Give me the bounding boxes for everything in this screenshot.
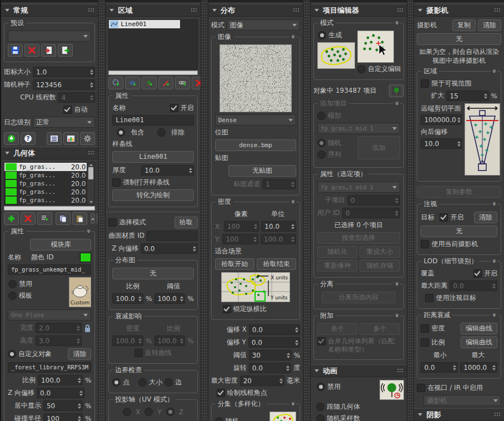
thickness-spinner[interactable]: 10.0: [141, 165, 193, 176]
collapse-chevron-icon[interactable]: [491, 67, 497, 75]
random-seed-spinner[interactable]: 123456: [33, 79, 95, 90]
surface-material-field[interactable]: [147, 230, 198, 241]
collapse-chevron-icon[interactable]: [393, 19, 400, 27]
scroll-down-icon[interactable]: [89, 201, 93, 203]
max-density-spinner[interactable]: 20: [240, 375, 285, 386]
collapse-chevron-icon[interactable]: [290, 198, 296, 206]
include-radio[interactable]: [117, 128, 125, 137]
use-current-camera-checkbox[interactable]: [421, 240, 429, 248]
auto-threads-checkbox[interactable]: [63, 106, 72, 114]
geometry-list-row[interactable]: fp_gras...20.0: [4, 196, 87, 204]
log-list-icon[interactable]: [47, 132, 62, 145]
bitmap-file-button[interactable]: dense.bmp: [215, 139, 296, 151]
paste-icon[interactable]: [72, 212, 87, 225]
rollout-general[interactable]: 常规: [1, 4, 98, 17]
expand-spinner[interactable]: 15: [446, 91, 488, 101]
rollout-areas[interactable]: 区域: [106, 4, 200, 17]
geometry-list-row[interactable]: fp_gras...20.0: [4, 188, 87, 196]
diversity-random-radio[interactable]: [215, 417, 223, 421]
df-density-curve-button[interactable]: 编辑曲线: [461, 323, 497, 334]
anim-disable-radio[interactable]: [317, 383, 325, 391]
df-scale-checkbox[interactable]: [421, 338, 429, 347]
grip-icon[interactable]: [397, 8, 403, 13]
rollout-geometry[interactable]: 几何体: [1, 147, 98, 159]
column-separator[interactable]: [303, 0, 311, 421]
clear-object-button[interactable]: 清除: [68, 348, 91, 360]
collision-radius-spinner[interactable]: 100: [43, 413, 83, 421]
collapse-chevron-icon[interactable]: [290, 400, 296, 408]
template-radio[interactable]: [8, 292, 17, 300]
far-clip-spinner[interactable]: 100000.0: [421, 114, 462, 125]
tree-icon[interactable]: [389, 84, 404, 97]
icon-size-spinner[interactable]: 1.0: [33, 67, 95, 77]
add-reference-icon[interactable]: [175, 77, 190, 89]
anim-samples-radio[interactable]: [316, 414, 325, 421]
grip-icon[interactable]: [293, 8, 299, 13]
offset-x-spinner[interactable]: 0.0: [249, 324, 300, 335]
preset-dropdown[interactable]: [8, 31, 91, 42]
collapse-chevron-icon[interactable]: [393, 312, 400, 319]
convert-to-paint-button[interactable]: 转化为绘制: [112, 189, 193, 201]
lod-on-checkbox[interactable]: [473, 269, 482, 278]
df-scale-curve-button[interactable]: 编辑曲线: [461, 337, 497, 348]
object-name-field[interactable]: _forest_library_RRFS3M: [8, 362, 91, 373]
log-level-dropdown[interactable]: 正常: [33, 117, 95, 128]
lock-icon[interactable]: [84, 324, 91, 333]
areas-list[interactable]: Line001: [108, 19, 197, 69]
settings-gear-icon[interactable]: [80, 132, 95, 145]
df-min-spinner[interactable]: 0.0: [421, 362, 458, 373]
collapse-chevron-icon[interactable]: [491, 257, 497, 265]
horizontal-scrollbar[interactable]: [4, 206, 95, 210]
pick-button[interactable]: 拾取: [174, 217, 198, 228]
generate-radio[interactable]: [318, 31, 326, 39]
add-forest-icon[interactable]: [142, 77, 157, 89]
boundary-size-radio[interactable]: [138, 378, 147, 387]
grip-icon[interactable]: [494, 412, 500, 417]
x-units-spinner[interactable]: 10.0: [261, 221, 296, 232]
delete-icon[interactable]: [21, 212, 36, 225]
vertical-scrollbar[interactable]: [87, 163, 94, 204]
custom-object-radio[interactable]: [8, 350, 16, 358]
import-icon[interactable]: [41, 44, 56, 57]
collapse-chevron-icon[interactable]: [290, 33, 296, 41]
collapse-chevron-icon[interactable]: [393, 280, 400, 288]
stats-icon[interactable]: [63, 132, 78, 145]
collapse-chevron-icon[interactable]: [85, 227, 92, 235]
area-z-offset-spinner[interactable]: 0.0: [141, 243, 197, 254]
z-offset-spinner[interactable]: 0.0: [37, 388, 84, 398]
rollout-camera[interactable]: 摄影机: [414, 4, 504, 17]
rollout-distribution[interactable]: 分布: [208, 4, 303, 17]
select-mode-checkbox[interactable]: [108, 218, 117, 227]
color-id-swatch[interactable]: [80, 253, 91, 262]
geometry-list-row[interactable]: fp_gras...20.0: [4, 163, 87, 171]
grip-icon[interactable]: [397, 368, 403, 373]
pick-start-button[interactable]: 拾取开始: [215, 258, 255, 270]
limit-visible-checkbox[interactable]: [421, 79, 429, 88]
custom-object-thumbnail[interactable]: Custom: [69, 277, 91, 307]
rollout-animation[interactable]: 动画: [311, 364, 406, 377]
camera-none-button[interactable]: 无: [417, 33, 501, 45]
back-offset-spinner[interactable]: 10.0: [421, 138, 462, 149]
boundary-edge-radio[interactable]: [164, 378, 173, 387]
help-icon[interactable]: ?: [21, 132, 36, 145]
target-none-button[interactable]: 无: [421, 225, 497, 237]
collapse-chevron-icon[interactable]: [491, 200, 497, 208]
pick-end-button[interactable]: 拾取结束: [257, 258, 296, 270]
dist-map-none-button[interactable]: 无: [112, 268, 193, 279]
target-clear-button[interactable]: 清除: [474, 212, 497, 223]
horizontal-scrollbar[interactable]: [108, 71, 197, 75]
save-icon[interactable]: [8, 44, 23, 57]
center-display-spinner[interactable]: 50: [43, 400, 83, 411]
add-object-icon[interactable]: [125, 77, 140, 89]
grip-icon[interactable]: [88, 8, 94, 13]
rollout-shadows[interactable]: 阴影: [414, 408, 504, 421]
column-separator[interactable]: [98, 0, 106, 421]
boundary-point-radio[interactable]: [112, 378, 121, 387]
dist-mode-dropdown[interactable]: 图像: [227, 19, 300, 31]
area-on-checkbox[interactable]: [170, 104, 178, 112]
delete-icon[interactable]: [24, 44, 39, 57]
map-button[interactable]: 无贴图: [228, 165, 296, 177]
camera-clear-button[interactable]: 清除: [478, 19, 501, 31]
column-separator[interactable]: [201, 0, 208, 421]
collapse-chevron-icon[interactable]: [491, 311, 497, 319]
